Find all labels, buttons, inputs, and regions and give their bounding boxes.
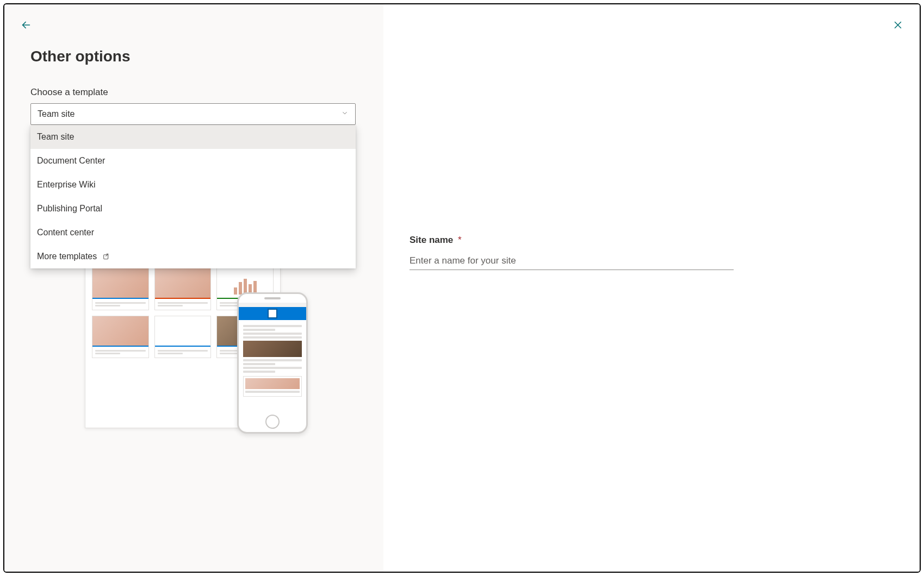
- template-dropdown-button[interactable]: Team site: [30, 103, 356, 125]
- template-dropdown: Team site Team site Document Center Ente…: [30, 103, 356, 125]
- template-option-document-center[interactable]: Document Center: [30, 149, 356, 173]
- template-option-publishing-portal[interactable]: Publishing Portal: [30, 197, 356, 221]
- left-pane: Other options Choose a template Team sit…: [4, 4, 383, 572]
- site-name-input[interactable]: [410, 252, 734, 270]
- back-button[interactable]: [17, 16, 35, 34]
- template-dropdown-list: Team site Document Center Enterprise Wik…: [30, 125, 356, 268]
- chevron-down-icon: [341, 109, 349, 119]
- template-option-label: Content center: [37, 228, 94, 237]
- template-option-label: Publishing Portal: [37, 204, 102, 214]
- page-title: Other options: [30, 48, 357, 65]
- close-icon: [892, 19, 904, 31]
- site-name-label-text: Site name: [410, 235, 453, 245]
- template-option-team-site[interactable]: Team site: [30, 125, 356, 149]
- template-option-more-templates[interactable]: More templates: [30, 245, 356, 268]
- dialog-panel: Other options Choose a template Team sit…: [3, 3, 921, 573]
- close-button[interactable]: [889, 16, 907, 34]
- template-option-label: More templates: [37, 252, 97, 261]
- open-external-icon: [101, 252, 110, 261]
- template-option-label: Document Center: [37, 156, 105, 166]
- template-field-label: Choose a template: [30, 87, 357, 98]
- required-indicator: *: [458, 235, 462, 245]
- site-form: Site name *: [410, 235, 894, 270]
- template-option-content-center[interactable]: Content center: [30, 221, 356, 245]
- template-option-label: Enterprise Wiki: [37, 180, 96, 190]
- template-option-label: Team site: [37, 132, 74, 142]
- site-name-label: Site name *: [410, 235, 894, 246]
- template-dropdown-selected-value: Team site: [38, 109, 75, 119]
- right-pane: Site name *: [383, 4, 920, 572]
- back-arrow-icon: [20, 19, 32, 31]
- template-option-enterprise-wiki[interactable]: Enterprise Wiki: [30, 173, 356, 197]
